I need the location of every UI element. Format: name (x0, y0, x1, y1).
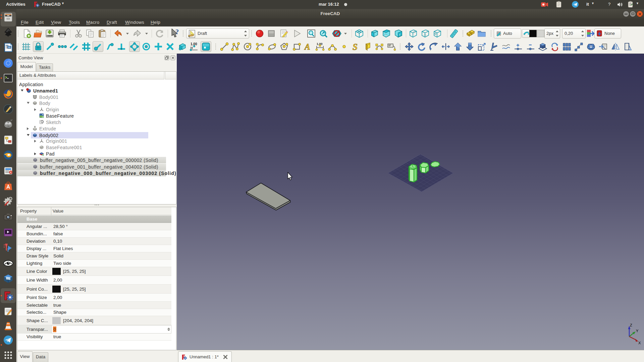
svg-text:A: A (304, 42, 310, 51)
svg-text:X: X (638, 341, 641, 345)
svg-text:Z: Z (630, 323, 632, 327)
svg-text:S: S (353, 42, 358, 51)
svg-text:Y: Y (636, 329, 639, 333)
svg-text:?: ? (175, 28, 179, 36)
